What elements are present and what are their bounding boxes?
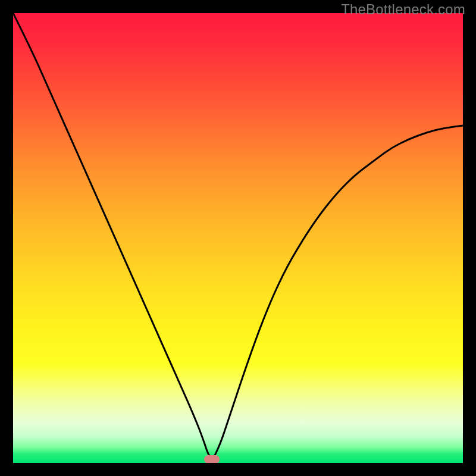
minimum-marker — [204, 455, 220, 463]
curve-layer — [13, 13, 463, 463]
plot-area — [13, 13, 463, 463]
bottleneck-curve — [13, 13, 463, 458]
chart-frame: TheBottleneck.com — [0, 0, 476, 476]
watermark-text: TheBottleneck.com — [341, 1, 465, 18]
